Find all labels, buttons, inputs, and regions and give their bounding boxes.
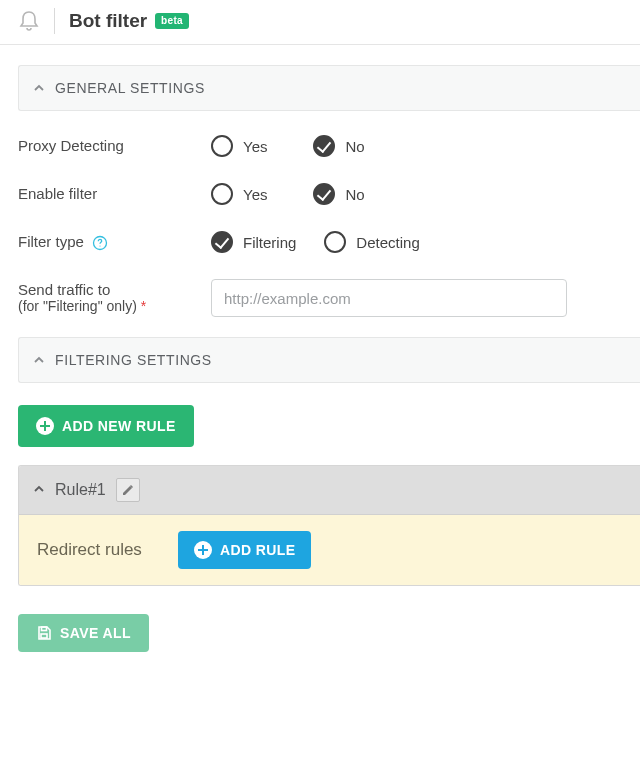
- save-all-block: SAVE ALL: [18, 614, 640, 652]
- radio-enable-no[interactable]: No: [313, 183, 364, 205]
- rule-name: Rule#1: [55, 481, 106, 499]
- row-filter-type: Filter type Filtering Detecting: [18, 231, 640, 253]
- label-send-traffic-text: Send traffic to: [18, 281, 110, 298]
- radio-label: Filtering: [243, 234, 296, 251]
- page-body: GENERAL SETTINGS Proxy Detecting Yes No …: [0, 45, 640, 672]
- section-filtering-settings[interactable]: FILTERING SETTINGS: [18, 337, 640, 383]
- svg-rect-2: [41, 634, 47, 638]
- page-title: Bot filter: [69, 10, 147, 32]
- add-new-rule-block: ADD NEW RULE: [18, 405, 640, 447]
- beta-badge: beta: [155, 13, 189, 29]
- section-general-settings[interactable]: GENERAL SETTINGS: [18, 65, 640, 111]
- section-general-label: GENERAL SETTINGS: [55, 80, 205, 96]
- label-send-traffic: Send traffic to (for "Filtering" only) *: [18, 279, 211, 314]
- row-enable-filter: Enable filter Yes No: [18, 183, 640, 205]
- radio-label: Detecting: [356, 234, 419, 251]
- bell-icon[interactable]: [18, 8, 40, 34]
- label-proxy-detecting: Proxy Detecting: [18, 135, 211, 154]
- pencil-icon[interactable]: [116, 478, 140, 502]
- radio-proxy-no[interactable]: No: [313, 135, 364, 157]
- chevron-up-icon: [33, 82, 45, 94]
- radio-label: Yes: [243, 138, 267, 155]
- chevron-up-icon: [33, 354, 45, 366]
- radio-label: No: [345, 138, 364, 155]
- add-rule-button[interactable]: ADD RULE: [178, 531, 312, 569]
- radio-circle-icon: [324, 231, 346, 253]
- label-enable-filter: Enable filter: [18, 183, 211, 202]
- svg-rect-3: [42, 627, 47, 631]
- section-filtering-label: FILTERING SETTINGS: [55, 352, 212, 368]
- help-icon[interactable]: [92, 235, 108, 251]
- radio-circle-icon: [211, 135, 233, 157]
- label-filter-type-text: Filter type: [18, 233, 84, 250]
- radio-circle-icon: [313, 183, 335, 205]
- plus-icon: [194, 541, 212, 559]
- required-mark: *: [141, 298, 146, 314]
- add-rule-label: ADD RULE: [220, 542, 296, 558]
- options-enable-filter: Yes No: [211, 183, 365, 205]
- radio-filter-filtering[interactable]: Filtering: [211, 231, 296, 253]
- radio-circle-icon: [211, 183, 233, 205]
- save-all-button[interactable]: SAVE ALL: [18, 614, 149, 652]
- redirect-rules-label: Redirect rules: [37, 540, 142, 560]
- row-proxy-detecting: Proxy Detecting Yes No: [18, 135, 640, 157]
- add-new-rule-button[interactable]: ADD NEW RULE: [18, 405, 194, 447]
- rule-panel: Rule#1 Redirect rules ADD RULE: [18, 465, 640, 586]
- label-filter-type: Filter type: [18, 231, 211, 251]
- row-send-traffic: Send traffic to (for "Filtering" only) *: [18, 279, 640, 317]
- label-send-traffic-sub: (for "Filtering" only): [18, 298, 137, 314]
- radio-label: Yes: [243, 186, 267, 203]
- top-bar: Bot filter beta: [0, 0, 640, 45]
- radio-enable-yes[interactable]: Yes: [211, 183, 267, 205]
- plus-icon: [36, 417, 54, 435]
- radio-circle-icon: [313, 135, 335, 157]
- rule-body: Redirect rules ADD RULE: [19, 515, 640, 585]
- save-all-label: SAVE ALL: [60, 625, 131, 641]
- radio-proxy-yes[interactable]: Yes: [211, 135, 267, 157]
- options-filter-type: Filtering Detecting: [211, 231, 420, 253]
- rule-header[interactable]: Rule#1: [19, 466, 640, 515]
- divider: [54, 8, 55, 34]
- general-settings-block: Proxy Detecting Yes No Enable filter Yes: [18, 111, 640, 337]
- add-new-rule-label: ADD NEW RULE: [62, 418, 176, 434]
- options-proxy-detecting: Yes No: [211, 135, 365, 157]
- svg-point-1: [99, 245, 100, 246]
- chevron-up-icon: [33, 481, 45, 499]
- radio-circle-icon: [211, 231, 233, 253]
- radio-filter-detecting[interactable]: Detecting: [324, 231, 419, 253]
- radio-label: No: [345, 186, 364, 203]
- input-send-traffic[interactable]: [211, 279, 567, 317]
- save-disk-icon: [36, 625, 52, 641]
